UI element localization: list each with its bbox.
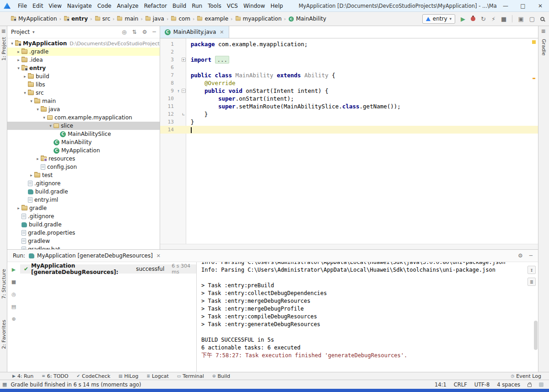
tree-item[interactable]: ▾main <box>7 97 160 105</box>
tree-arrow-icon[interactable]: ▾ <box>22 91 28 95</box>
indent-setting[interactable]: 4 spaces <box>497 381 520 388</box>
breadcrumb-item[interactable]: main <box>117 16 138 22</box>
menu-build[interactable]: Build <box>170 3 189 9</box>
project-structure-icon[interactable]: ▢ <box>529 16 535 22</box>
maximize-icon[interactable]: □ <box>514 3 532 9</box>
tree-item[interactable]: ▾java <box>7 105 160 113</box>
run-button[interactable]: ▶ <box>461 16 465 22</box>
horizontal-scrollbar[interactable] <box>160 244 538 249</box>
tree-item[interactable]: .gitignore <box>7 212 160 220</box>
editor-tab-mainability[interactable]: C MainAbility.java ✕ <box>160 26 229 38</box>
device-manager-icon[interactable]: ▣ <box>518 16 523 22</box>
toolwindow-tab-project[interactable]: 1: Project <box>1 37 7 61</box>
breadcrumb-item[interactable]: entry <box>64 16 88 22</box>
tree-item[interactable]: ▸.gradle <box>7 48 160 56</box>
chevron-down-icon[interactable]: ▾ <box>32 30 35 34</box>
toolwindow-button-build[interactable]: ⊚Build <box>208 372 234 380</box>
breadcrumb-item[interactable]: java <box>145 16 164 22</box>
tree-item[interactable]: gradlew <box>7 237 160 245</box>
tree-arrow-icon[interactable]: ▸ <box>16 58 22 62</box>
inspections-icon[interactable] <box>539 382 544 387</box>
run-result-row[interactable]: ✔ MyApplication [generateDebugResources]… <box>20 264 196 274</box>
toolwindow-toggle-icon[interactable]: ▦ <box>2 381 7 387</box>
breadcrumb-item[interactable]: com <box>171 16 190 22</box>
toolwindow-button-logcat[interactable]: ≣Logcat <box>143 372 173 380</box>
toolwindow-button-event-log[interactable]: ◷Event Log <box>506 373 545 379</box>
breadcrumb-item[interactable]: src <box>95 16 111 22</box>
menu-vcs[interactable]: VCS <box>224 3 241 9</box>
breadcrumb-item[interactable]: myapplication <box>235 16 282 22</box>
tree-arrow-icon[interactable]: ▸ <box>22 74 28 79</box>
run-configuration-select[interactable]: entry ▾ <box>422 14 455 24</box>
tree-item[interactable]: ▾MyApplicationD:\Documents\DevEcoStudioP… <box>7 39 160 48</box>
inspection-status-marker[interactable] <box>532 40 536 44</box>
tree-item[interactable]: ▸build <box>7 72 160 81</box>
toolwindow-button-6-todo[interactable]: ≡6: TODO <box>38 372 72 380</box>
rerun-button[interactable]: ▶ <box>12 267 16 273</box>
toolwindow-button-hilog[interactable]: ▤HiLog <box>114 372 143 380</box>
toolwindow-button-codecheck[interactable]: ✔CodeCheck <box>72 372 114 380</box>
tree-arrow-icon[interactable]: ▸ <box>28 173 34 177</box>
hide-panel-icon[interactable]: ─ <box>529 252 533 259</box>
caret-position[interactable]: 14:1 <box>435 381 447 388</box>
tree-item[interactable]: ▸resources <box>7 155 160 163</box>
tree-item[interactable]: .gitignore <box>7 179 160 188</box>
fold-marker[interactable]: + <box>181 58 186 62</box>
search-icon[interactable] <box>540 17 544 21</box>
menu-code[interactable]: Code <box>95 3 114 9</box>
collapse-all-icon[interactable]: ⇅ <box>132 29 137 35</box>
override-method-icon[interactable]: ↑ <box>176 88 181 93</box>
run-tab[interactable]: MyApplication [generateDebugResources] ✕ <box>29 252 161 259</box>
close-icon[interactable]: ✕ <box>532 3 549 9</box>
warning-stripe-marker[interactable] <box>533 78 535 79</box>
filter-icon[interactable]: ◎ <box>11 291 16 297</box>
toolwindow-button-4-run[interactable]: ▶4: Run <box>8 372 38 380</box>
tree-item[interactable]: ▸gradle <box>7 204 160 212</box>
menu-run[interactable]: Run <box>189 3 205 9</box>
menu-tools[interactable]: Tools <box>205 3 224 9</box>
tree-arrow-icon[interactable]: ▸ <box>16 49 22 54</box>
build-console[interactable]: Info: Parsing C:\Users\Administrator\App… <box>197 262 538 372</box>
tree-arrow-icon[interactable]: ▾ <box>9 41 15 46</box>
project-view-selector[interactable]: Project <box>11 29 30 35</box>
soft-wrap-icon[interactable]: ≣ <box>527 278 536 286</box>
locate-file-icon[interactable]: ◎ <box>122 29 126 35</box>
tree-item[interactable]: libs <box>7 81 160 89</box>
gradle-toolwindow-icon[interactable]: ▦ <box>541 28 545 33</box>
toolwindow-switcher-icon[interactable]: ▦ <box>1 28 5 33</box>
toolwindow-tab-structure[interactable]: 7: Structure <box>1 269 7 299</box>
tree-item[interactable]: build.gradle <box>7 220 160 229</box>
minimize-icon[interactable]: — <box>497 3 514 9</box>
fold-marker[interactable]: ∟ <box>181 112 186 117</box>
breadcrumb-item[interactable]: example <box>197 16 228 22</box>
console-scrollbar[interactable] <box>534 321 538 350</box>
line-separator[interactable]: CRLF <box>454 381 467 388</box>
tree-arrow-icon[interactable]: ▸ <box>16 206 22 210</box>
tree-item[interactable]: ▸test <box>7 171 160 179</box>
tree-arrow-icon[interactable]: ▾ <box>35 107 41 112</box>
tree-item[interactable]: entry.iml <box>7 196 160 204</box>
toolwindow-button-terminal[interactable]: ▭Terminal <box>173 372 208 380</box>
tree-item[interactable]: ▾com.example.myapplication <box>7 113 160 122</box>
tree-item[interactable]: ▾slice <box>7 122 160 130</box>
code-editor[interactable]: 1package com.example.myapplication;23+im… <box>160 38 538 244</box>
breadcrumb-item[interactable]: MyApplication <box>11 16 57 22</box>
menu-refactor[interactable]: Refactor <box>141 3 170 9</box>
file-encoding[interactable]: UTF-8 <box>474 381 490 388</box>
lock-icon[interactable] <box>527 384 532 387</box>
gear-icon[interactable]: ⚙ <box>518 252 523 259</box>
tree-item[interactable]: CMainAbilitySlice <box>7 130 160 138</box>
sync-icon[interactable]: ↻ <box>481 16 486 22</box>
tree-item[interactable]: CMyApplication <box>7 146 160 155</box>
tree-arrow-icon[interactable]: ▸ <box>35 156 41 161</box>
menu-window[interactable]: Window <box>241 3 268 9</box>
tree-arrow-icon[interactable]: ▾ <box>41 115 47 120</box>
tree-item[interactable]: gradlew.bat <box>7 245 160 249</box>
tree-item[interactable]: build.gradle <box>7 188 160 196</box>
tree-arrow-icon[interactable]: ▾ <box>16 66 22 70</box>
tree-arrow-icon[interactable]: ▾ <box>28 99 34 103</box>
menu-file[interactable]: File <box>15 3 30 9</box>
menu-navigate[interactable]: Navigate <box>65 3 95 9</box>
menu-help[interactable]: Help <box>268 3 285 9</box>
hide-panel-icon[interactable]: ─ <box>153 29 156 35</box>
